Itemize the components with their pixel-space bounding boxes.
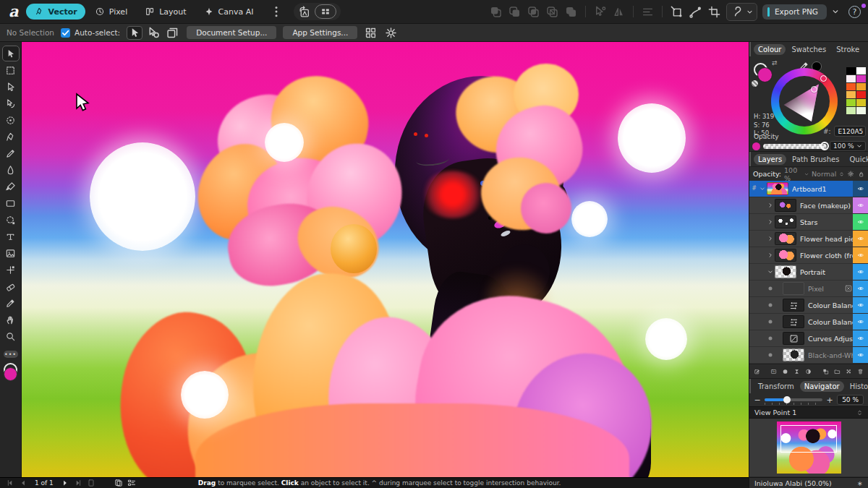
- auto-select-control[interactable]: Auto-select:: [61, 28, 120, 38]
- tab-appearance[interactable]: Appearance: [865, 44, 868, 55]
- tab-quick-fx[interactable]: Quick FX: [845, 154, 868, 165]
- view-point-row[interactable]: View Point 1: [749, 406, 868, 419]
- layer-visibility-tag[interactable]: [853, 314, 868, 330]
- layer-visibility-tag[interactable]: [853, 347, 868, 363]
- mask-layer-icon[interactable]: [782, 367, 788, 377]
- swatch[interactable]: [856, 75, 866, 82]
- text-style-badge-icon[interactable]: [298, 6, 310, 18]
- group-layers-icon[interactable]: [834, 367, 841, 377]
- layer-row-face-makeup-[interactable]: Face (makeup): [749, 197, 868, 213]
- view-tool[interactable]: [2, 312, 20, 328]
- swatch[interactable]: [856, 83, 866, 90]
- layer-visibility-tag[interactable]: [853, 264, 868, 280]
- navigator-viewport-rect[interactable]: [780, 425, 837, 453]
- layer-visibility-tag[interactable]: [853, 231, 868, 247]
- blend-mode-value[interactable]: Normal: [812, 170, 836, 178]
- swatch[interactable]: [846, 107, 856, 114]
- layer-visibility-tag[interactable]: [853, 330, 868, 346]
- list-view-icon[interactable]: [127, 479, 136, 487]
- opacity-knob[interactable]: [820, 142, 829, 150]
- adjustment-layer-icon[interactable]: [793, 367, 800, 377]
- affinity-logo[interactable]: a: [9, 2, 19, 20]
- stepper-icon[interactable]: [839, 170, 844, 179]
- live-filter-icon[interactable]: [805, 367, 812, 377]
- swatch[interactable]: [856, 99, 866, 106]
- swatch[interactable]: [856, 67, 866, 74]
- tab-stroke[interactable]: Stroke: [832, 44, 864, 55]
- swatch[interactable]: [846, 67, 856, 74]
- marquee-tool[interactable]: [2, 212, 20, 228]
- gear-icon[interactable]: [384, 26, 398, 40]
- no-colour-swatch[interactable]: [752, 80, 758, 87]
- transform-mode-icon[interactable]: [670, 5, 684, 19]
- rectangle-tool[interactable]: [2, 195, 20, 211]
- node-tool[interactable]: [2, 79, 20, 95]
- lock-icon[interactable]: [858, 170, 864, 179]
- zoom-in-button[interactable]: +: [826, 395, 833, 405]
- layer-visibility-tag[interactable]: [853, 281, 868, 296]
- snapping-menu-button[interactable]: [726, 3, 757, 21]
- layer-settings-gear-icon[interactable]: [847, 169, 854, 179]
- layer-visibility-tag[interactable]: [853, 181, 868, 197]
- select-layer-icon[interactable]: [164, 26, 180, 40]
- swatch[interactable]: [846, 91, 856, 98]
- pages-view-icon[interactable]: [114, 479, 123, 487]
- tab-swatches[interactable]: Swatches: [787, 44, 830, 55]
- document-setup-button[interactable]: Document Setup...: [187, 26, 276, 39]
- auto-select-checkbox[interactable]: [61, 28, 70, 38]
- pencil-tool[interactable]: [2, 145, 20, 161]
- point-transform-tool[interactable]: [2, 112, 20, 128]
- zoom-slider-knob[interactable]: [783, 396, 791, 403]
- layer-visibility-tag[interactable]: [853, 214, 868, 230]
- insert-inside-icon[interactable]: [822, 367, 829, 377]
- tab-navigator[interactable]: Navigator: [800, 381, 844, 392]
- last-page-icon[interactable]: [74, 479, 82, 487]
- persona-tab-canva-ai[interactable]: Canva AI: [196, 4, 262, 20]
- first-page-icon[interactable]: [6, 479, 14, 487]
- export-dropdown-icon[interactable]: [832, 8, 839, 15]
- navigator-preview[interactable]: [749, 419, 868, 476]
- more-tools-button[interactable]: •••: [4, 351, 18, 358]
- paint-brush-tool[interactable]: [2, 179, 20, 194]
- saturation-handle[interactable]: [811, 86, 817, 93]
- artistic-text-tool[interactable]: [2, 228, 20, 244]
- hex-input[interactable]: E120A5: [834, 126, 866, 137]
- tab-path-brushes[interactable]: Path Brushes: [788, 154, 843, 165]
- layer-row-colour-balance-adjustmen[interactable]: Colour Balance Adjustmen: [749, 314, 868, 330]
- pen-tool[interactable]: [2, 129, 20, 145]
- colour-well[interactable]: [2, 363, 20, 382]
- zoom-value[interactable]: 50 %: [837, 395, 864, 405]
- swatch[interactable]: [846, 75, 856, 82]
- layer-row-flower-head-piece-front-[interactable]: Flower head piece (front): [749, 231, 868, 247]
- layer-visibility-tag[interactable]: [853, 197, 868, 213]
- chevron-right-icon[interactable]: [767, 202, 774, 208]
- tab-transform[interactable]: Transform: [754, 381, 799, 392]
- persona-tab-vector[interactable]: Vector: [26, 4, 85, 20]
- chevron-right-icon[interactable]: [767, 236, 774, 241]
- chevron-right-icon[interactable]: [767, 252, 774, 258]
- mesh-warp-tool[interactable]: [2, 262, 20, 278]
- swatch[interactable]: [846, 99, 856, 106]
- stepper-icon[interactable]: [856, 408, 863, 417]
- artboard-tool[interactable]: [2, 62, 20, 78]
- crop-view-icon[interactable]: [707, 5, 721, 19]
- zoom-slider[interactable]: [765, 398, 822, 401]
- swap-colours-icon[interactable]: ⇄: [772, 59, 778, 67]
- persona-tab-layout[interactable]: Layout: [137, 4, 194, 20]
- chevron-down-icon[interactable]: [767, 269, 774, 275]
- opacity-value-dropdown[interactable]: 100 %: [830, 141, 866, 151]
- layers-opacity-value[interactable]: 100 %: [784, 166, 801, 182]
- swatch[interactable]: [856, 91, 866, 98]
- select-behind-icon[interactable]: [145, 26, 161, 40]
- previous-page-icon[interactable]: [19, 479, 27, 487]
- layer-visibility-tag[interactable]: [853, 247, 868, 263]
- persona-overflow-icon[interactable]: [269, 4, 284, 20]
- tab-layers[interactable]: Layers: [754, 154, 786, 165]
- studio-layout-icon[interactable]: [315, 4, 336, 19]
- erase-tool[interactable]: [2, 278, 20, 294]
- layer-row-flower-cloth-front-[interactable]: Flower cloth (front): [749, 247, 868, 263]
- tab-colour[interactable]: Colour: [754, 44, 786, 55]
- delete-layer-icon[interactable]: [857, 367, 864, 377]
- pixel-layer-icon[interactable]: [846, 367, 852, 377]
- move-tool-icon[interactable]: [127, 26, 142, 40]
